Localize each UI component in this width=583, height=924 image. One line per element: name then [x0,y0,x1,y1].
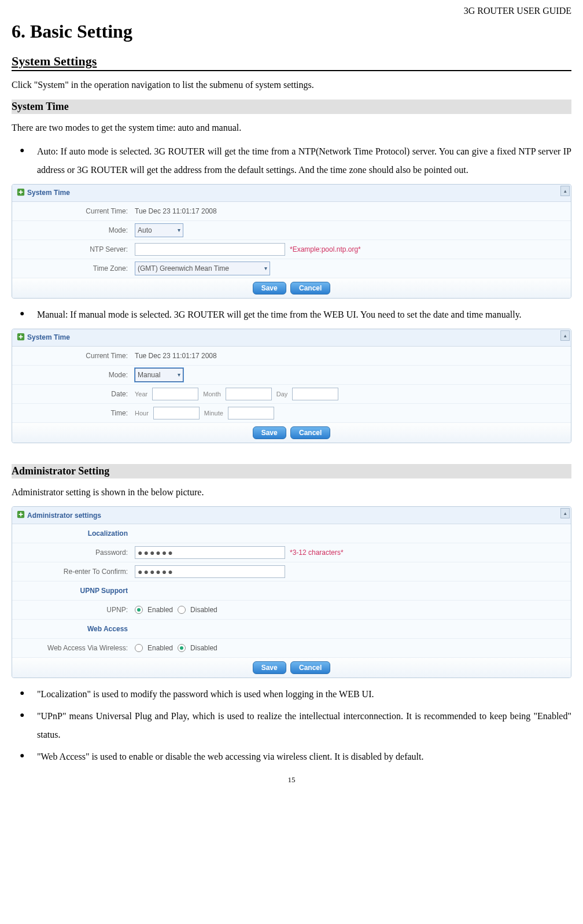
input-ntp-server[interactable] [135,243,285,256]
subheading-localization: Localization [12,529,131,538]
label-time: Time: [12,409,131,417]
value-current-time: Tue Dec 23 11:01:17 2008 [131,349,220,362]
label-timezone: Time Zone: [12,264,131,273]
input-year[interactable] [152,388,198,400]
sublabel-minute: Minute [204,410,223,417]
hint-ntp: *Example:pool.ntp.org* [290,245,361,253]
expand-icon[interactable] [17,333,25,343]
panel-title-text: System Time [27,333,70,341]
heading-system-time: System Time [12,100,571,114]
input-hour[interactable] [153,407,200,419]
bullet-localization: "Localization" is used to modify the pas… [25,685,571,704]
save-button[interactable]: Save [253,661,286,674]
system-time-intro: There are two modes to get the system ti… [12,120,571,137]
bullet-upnp: "UPnP" means Universal Plug and Play, wh… [25,707,571,744]
input-password[interactable]: ●●●●●● [135,546,285,559]
radio-web-enabled[interactable] [135,644,143,652]
subheading-web-access: Web Access [12,625,131,633]
header-guide: 3G ROUTER USER GUIDE [12,0,571,16]
button-row: Save Cancel [12,658,571,678]
label-mode: Mode: [12,226,131,234]
bullet-web-access: "Web Access" is used to enable or disabl… [25,748,571,766]
panel-title-text: Administrator settings [27,511,101,520]
panel-title-text: System Time [27,189,70,197]
label-date: Date: [12,390,131,398]
label-current-time: Current Time: [12,207,131,215]
button-row: Save Cancel [12,278,571,298]
bullet-auto-mode: Auto: If auto mode is selected. 3G ROUTE… [25,142,571,179]
scrollbar-up-icon[interactable]: ▴ [560,508,570,518]
page-number: 15 [12,775,571,785]
panel-admin-settings: ▴ Administrator settings Localization Pa… [12,506,571,678]
panel-system-time-auto: ▴ System Time Current Time: Tue Dec 23 1… [12,184,571,299]
label-enabled: Enabled [147,606,173,614]
label-web-access: Web Access Via Wireless: [12,644,131,652]
heading-admin-setting: Administrator Setting [12,464,571,478]
expand-icon[interactable] [17,510,25,520]
expand-icon[interactable] [17,188,25,198]
cancel-button[interactable]: Cancel [290,426,330,439]
input-minute[interactable] [228,407,274,419]
sublabel-year: Year [135,391,147,397]
input-month[interactable] [226,388,272,400]
bullet-manual-mode: Manual: If manual mode is selected. 3G R… [25,305,571,324]
select-mode[interactable]: Manual [135,368,183,382]
radio-upnp-enabled[interactable] [135,606,143,614]
select-timezone[interactable]: (GMT) Greenwich Mean Time [135,262,270,275]
sublabel-day: Day [276,391,288,397]
select-mode[interactable]: Auto [135,223,183,237]
label-password: Password: [12,548,131,557]
label-mode: Mode: [12,371,131,379]
label-enabled: Enabled [147,644,173,652]
save-button[interactable]: Save [253,282,286,294]
admin-intro: Administrator setting is shown in the be… [12,484,571,501]
sublabel-month: Month [203,391,221,397]
save-button[interactable]: Save [253,426,286,439]
sublabel-hour: Hour [135,410,149,417]
radio-upnp-disabled[interactable] [178,606,186,614]
radio-web-disabled[interactable] [178,644,186,652]
scrollbar-up-icon[interactable]: ▴ [560,186,570,196]
label-upnp: UPNP: [12,606,131,614]
intro-paragraph: Click "System" in the operation navigati… [12,77,571,94]
cancel-button[interactable]: Cancel [290,282,330,294]
input-confirm-password[interactable]: ●●●●●● [135,565,285,578]
cancel-button[interactable]: Cancel [290,661,330,674]
page-title: 6. Basic Setting [12,21,571,42]
label-disabled: Disabled [190,644,217,652]
input-day[interactable] [292,388,338,400]
value-current-time: Tue Dec 23 11:01:17 2008 [131,205,220,218]
section-system-settings: System Settings [12,54,571,71]
scrollbar-up-icon[interactable]: ▴ [560,330,570,341]
subheading-upnp: UPNP Support [12,587,131,595]
panel-system-time-manual: ▴ System Time Current Time: Tue Dec 23 1… [12,329,571,443]
button-row: Save Cancel [12,423,571,443]
label-disabled: Disabled [190,606,217,614]
label-ntp-server: NTP Server: [12,245,131,253]
hint-password: *3-12 characters* [290,548,344,557]
label-current-time: Current Time: [12,352,131,360]
label-confirm-password: Re-enter To Confirm: [12,568,131,576]
